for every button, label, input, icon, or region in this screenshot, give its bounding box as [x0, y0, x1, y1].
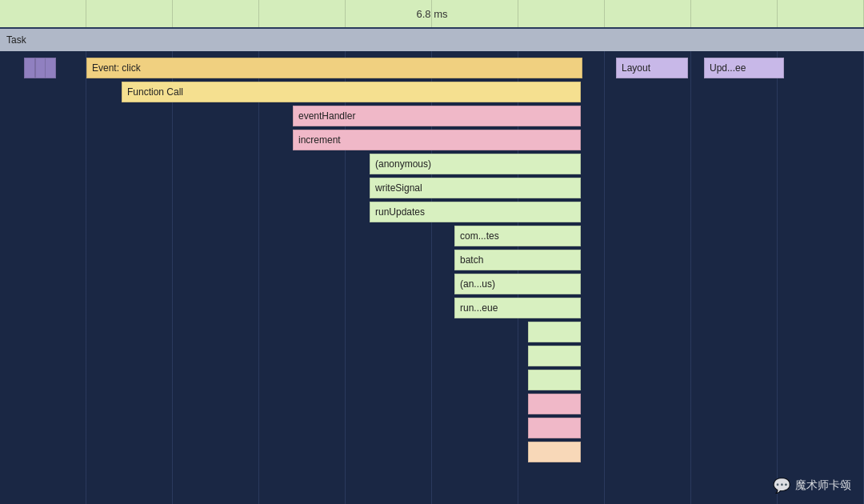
flame-block-run-eue[interactable]: run...eue: [454, 298, 581, 318]
flame-block-upd-ee[interactable]: Upd...ee: [704, 58, 784, 78]
flame-block-write-signal[interactable]: writeSignal: [370, 178, 581, 198]
flame-block-small2[interactable]: [528, 346, 581, 366]
flame-block-small-pink2[interactable]: [528, 418, 581, 438]
flame-block-increment[interactable]: increment: [293, 130, 581, 150]
flame-block-event-click[interactable]: Event: click: [86, 58, 582, 78]
flame-block-com-tes[interactable]: com...tes: [454, 226, 581, 246]
task-label: Task: [6, 34, 26, 46]
watermark: 💬 魔术师卡颂: [773, 477, 851, 494]
flame-block-event-handler[interactable]: eventHandler: [293, 106, 581, 126]
flame-block-event-click-purple1[interactable]: [24, 58, 35, 78]
flame-block-small-peach1[interactable]: [528, 442, 581, 462]
flame-block-layout[interactable]: Layout: [616, 58, 688, 78]
flame-block-an-us[interactable]: (an...us): [454, 274, 581, 294]
flame-block-small1[interactable]: [528, 322, 581, 342]
timeline-container: 6.8 ms Task Event: clickLayoutUpd...eeFu…: [0, 0, 864, 504]
watermark-text: 魔术师卡颂: [795, 478, 851, 493]
task-row: Task: [0, 29, 864, 51]
ruler: 6.8 ms: [0, 0, 864, 29]
flame-block-small-pink1[interactable]: [528, 394, 581, 414]
flame-block-event-click-purple3[interactable]: [45, 58, 56, 78]
flame-block-run-updates[interactable]: runUpdates: [370, 202, 581, 222]
flame-block-batch[interactable]: batch: [454, 250, 581, 270]
ruler-label: 6.8 ms: [416, 8, 447, 20]
flame-block-anonymous[interactable]: (anonymous): [370, 154, 581, 174]
flame-block-function-call[interactable]: Function Call: [122, 82, 581, 102]
flame-area: Event: clickLayoutUpd...eeFunction Calle…: [0, 51, 864, 504]
flame-block-small3[interactable]: [528, 370, 581, 390]
wechat-icon: 💬: [773, 477, 790, 494]
